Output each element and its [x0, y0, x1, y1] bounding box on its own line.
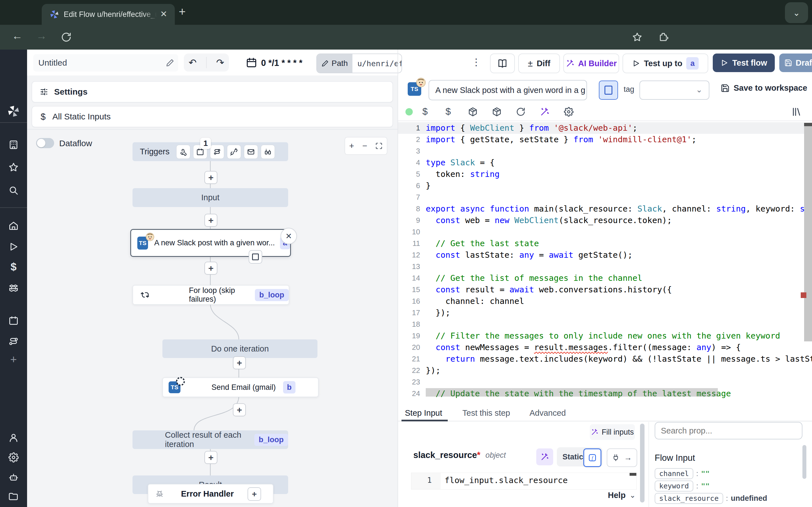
add-error-handler-icon[interactable]: +	[248, 487, 261, 501]
webhook-trigger-icon[interactable]	[176, 145, 190, 159]
windmill-flow-editor: Edit Flow u/henri/effective_un ✕ + ⌄ ← →…	[0, 0, 812, 507]
add-step-button[interactable]: +	[204, 262, 217, 275]
add-step-button[interactable]: +	[204, 171, 217, 184]
typescript-icon: TS	[168, 381, 181, 393]
triggers-node[interactable]: Triggers 1	[133, 142, 288, 161]
stop-after-icon[interactable]	[249, 250, 262, 264]
typescript-icon: TS	[137, 237, 148, 249]
bug-icon	[155, 489, 164, 498]
graph-connectors	[0, 0, 812, 507]
step-id-badge: b_loop	[255, 289, 289, 301]
loading-spinner-icon	[175, 376, 186, 386]
emoji-badge	[145, 232, 155, 242]
forloop-node[interactable]: For loop (skip failures) b_loop	[133, 285, 289, 305]
schedule-count-badge: 1	[200, 138, 211, 149]
do-one-iteration-node[interactable]: Do one iteration	[162, 339, 317, 358]
zoom-in-icon[interactable]: +	[349, 141, 354, 151]
poll-trigger-icon[interactable]	[261, 145, 275, 159]
zoom-out-icon[interactable]: −	[362, 141, 367, 151]
step-a-node[interactable]: TS A new Slack post with a given wor... …	[130, 229, 291, 257]
step-id-badge: b	[283, 381, 296, 393]
fit-view-icon[interactable]	[375, 142, 383, 150]
websocket-trigger-icon[interactable]	[227, 145, 241, 159]
step-b-node[interactable]: TS Send Email (gmail) b	[162, 378, 319, 397]
remove-step-icon[interactable]: ✕	[281, 228, 297, 244]
error-handler-node[interactable]: Error Handler +	[148, 484, 273, 504]
graph-zoom-controls: + −	[345, 137, 388, 155]
loop-icon	[140, 290, 149, 299]
input-node[interactable]: Input	[133, 188, 288, 207]
add-step-button[interactable]: +	[233, 403, 246, 416]
add-step-button[interactable]: +	[204, 451, 217, 464]
add-step-button[interactable]: +	[204, 214, 217, 227]
step-id-badge: b_loop	[254, 434, 289, 446]
email-trigger-icon[interactable]	[244, 145, 258, 159]
route-trigger-icon[interactable]	[210, 145, 224, 159]
collect-node[interactable]: Collect result of each iteration b_loop	[133, 431, 288, 449]
schedule-trigger-icon[interactable]: 1	[193, 145, 207, 159]
add-step-button[interactable]: +	[233, 356, 246, 369]
